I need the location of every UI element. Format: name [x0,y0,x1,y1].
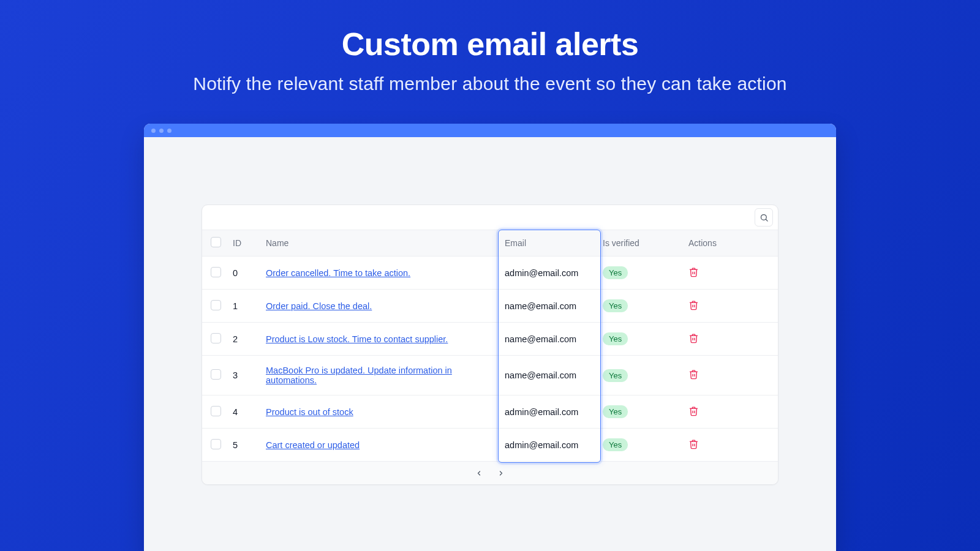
alert-name-link[interactable]: Cart created or updated [266,440,360,450]
search-button[interactable] [755,208,773,227]
row-checkbox[interactable] [211,333,221,343]
table-row: 0Order cancelled. Time to take action.ad… [202,257,778,290]
delete-button[interactable] [688,369,699,380]
chevron-left-icon [475,470,483,477]
alert-name-link[interactable]: Product is out of stock [266,407,353,417]
alerts-table: ID Name Email Is verified Actions 0Order… [202,230,778,461]
row-checkbox[interactable] [211,300,221,310]
column-header-name[interactable]: Name [261,230,500,257]
alert-name-link[interactable]: Order paid. Close the deal. [266,301,372,311]
next-page-button[interactable] [494,467,508,480]
trash-icon [688,369,699,380]
row-id: 5 [228,429,261,462]
row-checkbox[interactable] [211,267,221,277]
delete-button[interactable] [688,439,699,449]
alerts-card: ID Name Email Is verified Actions 0Order… [202,204,778,485]
search-icon [760,213,769,222]
prev-page-button[interactable] [472,467,486,480]
row-email: name@email.com [500,290,598,323]
table-row: 4Product is out of stockadmin@email.comY… [202,395,778,429]
window-control-dot [159,129,164,133]
table-row: 5Cart created or updatedadmin@email.comY… [202,429,778,462]
verified-badge: Yes [603,369,628,382]
column-header-actions: Actions [684,230,778,257]
trash-icon [688,267,699,277]
row-email: name@email.com [500,356,598,395]
row-email: name@email.com [500,323,598,356]
row-email: admin@email.com [500,395,598,429]
row-email: admin@email.com [500,257,598,290]
window-control-dot [167,129,172,133]
delete-button[interactable] [688,333,699,343]
column-header-email[interactable]: Email [500,230,598,257]
window-titlebar [144,124,836,137]
verified-badge: Yes [603,332,628,345]
column-header-id[interactable]: ID [228,230,261,257]
table-row: 2Product is Low stock. Time to contact s… [202,323,778,356]
row-email: admin@email.com [500,429,598,462]
row-checkbox[interactable] [211,406,221,416]
verified-badge: Yes [603,299,628,312]
chevron-right-icon [497,470,505,477]
svg-line-1 [766,219,767,221]
table-footer [202,461,778,484]
delete-button[interactable] [688,267,699,277]
page-subtitle: Notify the relevant staff member about t… [0,73,980,94]
verified-badge: Yes [603,405,628,418]
row-id: 0 [228,257,261,290]
page-title: Custom email alerts [0,26,980,62]
trash-icon [688,333,699,343]
trash-icon [688,439,699,449]
alert-name-link[interactable]: Product is Low stock. Time to contact su… [266,334,448,344]
column-header-verified[interactable]: Is verified [598,230,684,257]
verified-badge: Yes [603,438,628,451]
delete-button[interactable] [688,406,699,416]
app-window: ID Name Email Is verified Actions 0Order… [144,124,836,551]
row-checkbox[interactable] [211,439,221,449]
alert-name-link[interactable]: Order cancelled. Time to take action. [266,268,410,278]
row-checkbox[interactable] [211,369,221,380]
row-id: 3 [228,356,261,395]
row-id: 4 [228,395,261,429]
window-control-dot [151,129,156,133]
select-all-checkbox[interactable] [211,237,221,247]
row-id: 2 [228,323,261,356]
row-id: 1 [228,290,261,323]
delete-button[interactable] [688,300,699,310]
table-row: 3MacBook Pro is updated. Update informat… [202,356,778,395]
alert-name-link[interactable]: MacBook Pro is updated. Update informati… [266,365,452,385]
table-row: 1Order paid. Close the deal.name@email.c… [202,290,778,323]
trash-icon [688,300,699,310]
verified-badge: Yes [603,266,628,279]
trash-icon [688,406,699,416]
